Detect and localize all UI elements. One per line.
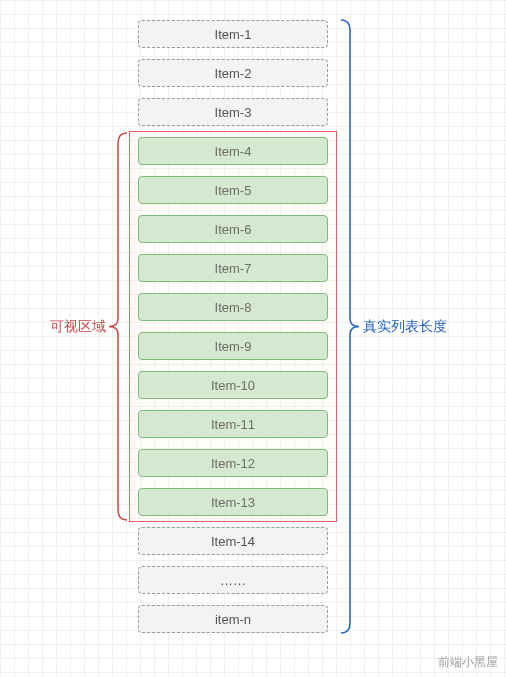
list-item: Item-9: [138, 332, 328, 360]
label-visible-area: 可视区域: [50, 318, 106, 336]
list-item: Item-7: [138, 254, 328, 282]
list-item: Item-2: [138, 59, 328, 87]
list-item: Item-5: [138, 176, 328, 204]
diagram-stage: Item-1Item-2Item-3Item-4Item-5Item-6Item…: [0, 0, 506, 677]
list-item: Item-12: [138, 449, 328, 477]
list-item: Item-14: [138, 527, 328, 555]
watermark-text: 前端小黑屋: [438, 654, 498, 671]
list-item: Item-11: [138, 410, 328, 438]
bracket-right: [341, 18, 359, 635]
list-item: Item-8: [138, 293, 328, 321]
list-item: item-n: [138, 605, 328, 633]
list-item: Item-4: [138, 137, 328, 165]
label-full-list-length: 真实列表长度: [363, 318, 447, 336]
item-list-column: Item-1Item-2Item-3Item-4Item-5Item-6Item…: [133, 20, 333, 644]
list-item: Item-6: [138, 215, 328, 243]
list-item: Item-10: [138, 371, 328, 399]
list-item: Item-1: [138, 20, 328, 48]
list-item: Item-13: [138, 488, 328, 516]
bracket-left: [109, 131, 127, 522]
list-item: Item-3: [138, 98, 328, 126]
list-item: ……: [138, 566, 328, 594]
